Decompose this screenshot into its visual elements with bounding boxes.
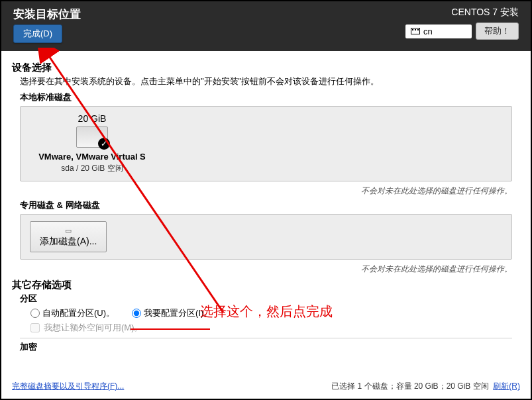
disk-size: 20 GiB	[32, 113, 152, 124]
page-title: 安装目标位置	[13, 7, 405, 22]
auto-partition-radio[interactable]	[30, 309, 40, 318]
special-disks-label: 专用磁盘 & 网络磁盘	[20, 199, 520, 211]
header-bar: 安装目标位置 完成(D) CENTOS 7 安装 cn 帮助！	[1, 1, 531, 51]
done-button[interactable]: 完成(D)	[13, 25, 62, 43]
partition-label: 分区	[20, 293, 520, 305]
disk-note-1: 不会对未在此处选择的磁盘进行任何操作。	[12, 185, 512, 197]
add-disk-label: 添加磁盘(A)...	[40, 236, 97, 248]
local-disks-label: 本地标准磁盘	[20, 91, 520, 103]
footer-bar: 完整磁盘摘要以及引导程序(F)... 已选择 1 个磁盘；容量 20 GiB；2…	[1, 377, 531, 397]
disk-name: VMware, VMware Virtual S	[32, 152, 152, 162]
selection-status: 已选择 1 个磁盘；容量 20 GiB；20 GiB 空闲	[331, 381, 488, 391]
harddrive-icon: ✓	[76, 126, 108, 148]
disk-item[interactable]: 20 GiB ✓ VMware, VMware Virtual S sda / …	[32, 113, 152, 174]
add-disk-icon: ▭	[40, 227, 97, 234]
install-label: CENTOS 7 安装	[405, 7, 519, 19]
manual-partition-option[interactable]: 我要配置分区(I)。	[132, 307, 212, 319]
disk-info: sda / 20 GiB 空闲	[32, 163, 152, 174]
reclaim-label: 我想让额外空间可用(M)。	[44, 322, 143, 334]
check-icon: ✓	[98, 138, 110, 150]
storage-options-title: 其它存储选项	[12, 279, 520, 291]
manual-partition-label: 我要配置分区(I)。	[144, 307, 212, 319]
local-disks-panel: 20 GiB ✓ VMware, VMware Virtual S sda / …	[20, 106, 512, 181]
special-disks-panel: ▭ 添加磁盘(A)...	[20, 214, 512, 260]
keyboard-layout[interactable]: cn	[405, 25, 472, 38]
reclaim-option: 我想让额外空间可用(M)。	[30, 322, 520, 334]
lang-code: cn	[423, 26, 433, 36]
reclaim-checkbox	[30, 323, 40, 332]
device-selection-title: 设备选择	[12, 62, 520, 74]
help-button[interactable]: 帮助！	[476, 23, 519, 40]
refresh-link[interactable]: 刷新(R)	[493, 381, 520, 391]
divider	[20, 338, 512, 338]
add-disk-button[interactable]: ▭ 添加磁盘(A)...	[30, 221, 107, 252]
full-summary-link[interactable]: 完整磁盘摘要以及引导程序(F)...	[12, 381, 124, 392]
partition-radios: 自动配置分区(U)。 我要配置分区(I)。	[30, 307, 520, 319]
content-area: 设备选择 选择要在其中安装系统的设备。点击主菜单中的"开始安装"按钮前不会对该设…	[1, 51, 531, 379]
auto-partition-label: 自动配置分区(U)。	[42, 307, 115, 319]
auto-partition-option[interactable]: 自动配置分区(U)。	[30, 307, 115, 319]
disk-note-2: 不会对未在此处选择的磁盘进行任何操作。	[12, 264, 512, 275]
encrypt-label: 加密	[20, 341, 520, 353]
device-selection-desc: 选择要在其中安装系统的设备。点击主菜单中的"开始安装"按钮前不会对该设备进行任何…	[20, 75, 520, 87]
keyboard-icon	[411, 28, 420, 34]
manual-partition-radio[interactable]	[132, 309, 141, 318]
